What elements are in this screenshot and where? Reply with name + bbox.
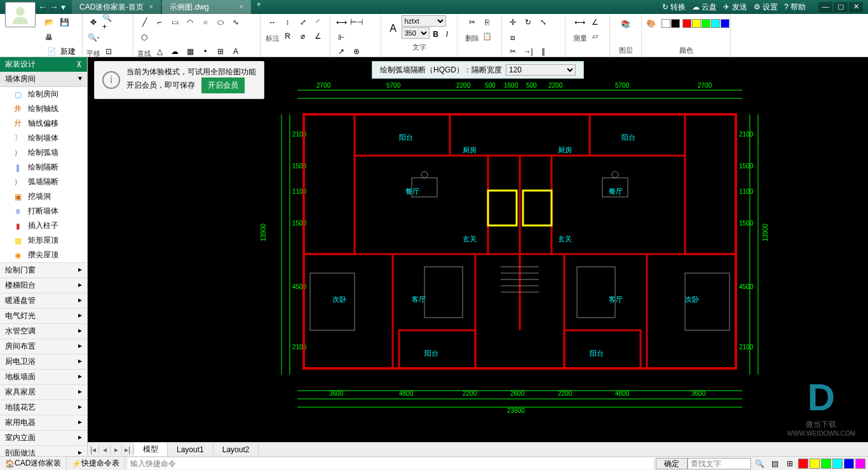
- dim-linear-icon[interactable]: ⟷: [334, 15, 348, 29]
- close-icon[interactable]: ×: [239, 3, 243, 11]
- save-icon[interactable]: 💾: [57, 15, 71, 29]
- sidebar-cat-9[interactable]: 地毯花艺▸: [0, 399, 87, 415]
- sidebar-item-3[interactable]: 〕绘制墙体: [0, 131, 87, 145]
- paste-icon[interactable]: 📋: [480, 29, 494, 43]
- sidebar-cat-10[interactable]: 家用电器▸: [0, 415, 87, 430]
- circle-icon[interactable]: ○: [198, 15, 212, 29]
- sidebar-cat-12[interactable]: 剖面做法▸: [0, 445, 87, 456]
- command-input[interactable]: [128, 458, 653, 469]
- sidebar-header[interactable]: 家装设计⊼: [0, 57, 87, 72]
- extend-icon[interactable]: →|: [521, 44, 535, 58]
- color-green[interactable]: [702, 19, 710, 28]
- settings-button[interactable]: ⚙ 设置: [754, 2, 778, 13]
- sidebar-cat-6[interactable]: 厨电卫浴▸: [0, 354, 87, 369]
- search-icon[interactable]: 🔍: [752, 457, 766, 471]
- sb-color-magenta[interactable]: [855, 459, 865, 469]
- first-tab-icon[interactable]: |◂: [88, 445, 99, 454]
- param-width-select[interactable]: 120: [506, 64, 576, 76]
- sidebar-item-10[interactable]: ▦矩形屋顶: [0, 233, 87, 248]
- rotate-icon[interactable]: ↻: [521, 15, 535, 29]
- dim-v-icon[interactable]: ↕: [281, 15, 295, 29]
- sb-color-red[interactable]: [798, 459, 808, 469]
- text-icon[interactable]: A: [229, 44, 243, 58]
- dim-arc-icon[interactable]: ◜: [311, 15, 325, 29]
- dim-cont-icon[interactable]: ⊢⊣: [349, 15, 363, 29]
- layer-icon[interactable]: 📚: [617, 15, 635, 33]
- shortcut-table-button[interactable]: ⚡快捷命令表: [67, 457, 125, 470]
- sidebar-item-2[interactable]: 廾轴线偏移: [0, 116, 87, 131]
- sidebar-item-4[interactable]: ）绘制弧墙: [0, 145, 87, 160]
- color-black[interactable]: [671, 19, 680, 28]
- spline-icon[interactable]: ∿: [229, 15, 243, 29]
- sidebar-item-1[interactable]: 井绘制轴线: [0, 102, 87, 116]
- cloud-icon[interactable]: ☁: [168, 44, 182, 58]
- move-icon[interactable]: ✢: [506, 15, 520, 29]
- dim-base-icon[interactable]: ⊩: [334, 30, 348, 44]
- sidebar-cat-11[interactable]: 室内立面▸: [0, 430, 87, 445]
- color-blue[interactable]: [721, 19, 729, 28]
- add-tab-button[interactable]: +: [252, 0, 265, 14]
- dim-angle-icon[interactable]: ∠: [311, 29, 325, 43]
- center-icon[interactable]: ⊕: [349, 44, 363, 58]
- sidebar-item-6[interactable]: ）弧墙隔断: [0, 175, 87, 189]
- upgrade-button[interactable]: 开启会员: [201, 77, 245, 93]
- ellipse-icon[interactable]: ⬭: [214, 15, 227, 29]
- back-icon[interactable]: ←: [38, 2, 47, 12]
- next-tab-icon[interactable]: ▸: [111, 445, 122, 454]
- sidebar-cat-5[interactable]: 房间布置▸: [0, 339, 87, 354]
- sidebar-cat-0[interactable]: 绘制门窗▸: [0, 262, 87, 278]
- block-icon[interactable]: ⊞: [214, 44, 227, 58]
- sb-tool2[interactable]: ⊞: [783, 457, 797, 471]
- sidebar-item-7[interactable]: ▣挖墙洞: [0, 189, 87, 204]
- rect-icon[interactable]: ▭: [168, 15, 182, 29]
- dim-h-icon[interactable]: ↔: [266, 15, 280, 29]
- search-input[interactable]: [688, 458, 751, 469]
- close-icon[interactable]: ×: [149, 3, 153, 11]
- convert-button[interactable]: ↻ 转换: [662, 2, 686, 13]
- trim-icon[interactable]: ✂: [506, 44, 520, 58]
- dim-align-icon[interactable]: ⤢: [296, 15, 310, 29]
- color-cyan[interactable]: [711, 19, 720, 28]
- help-button[interactable]: ? 帮助: [784, 2, 806, 13]
- color-wheel-icon[interactable]: 🎨: [642, 15, 659, 32]
- polyline-icon[interactable]: ⌐: [153, 15, 166, 29]
- offset-icon[interactable]: ‖: [536, 44, 550, 58]
- pin-icon[interactable]: ⊼: [76, 60, 82, 69]
- dist-icon[interactable]: ⟷: [573, 15, 587, 29]
- text-a-icon[interactable]: A: [386, 22, 400, 36]
- color-yellow[interactable]: [692, 19, 701, 28]
- bold-button[interactable]: B: [431, 27, 441, 41]
- sb-color-yellow[interactable]: [810, 459, 820, 469]
- zoom-in-icon[interactable]: 🔍+: [102, 15, 116, 29]
- dropdown-icon[interactable]: ▾: [61, 2, 65, 12]
- ok-button[interactable]: 确定: [656, 458, 688, 469]
- sidebar-item-9[interactable]: ▮插入柱子: [0, 218, 87, 233]
- last-tab-icon[interactable]: ▸|: [122, 445, 133, 454]
- font-select[interactable]: hztxt: [402, 15, 446, 27]
- size-select[interactable]: 350: [402, 27, 430, 39]
- cloud-button[interactable]: ☁ 云盘: [692, 2, 717, 13]
- zoom-out-icon[interactable]: 🔍-: [86, 30, 100, 44]
- color-white[interactable]: [661, 19, 670, 28]
- sidebar-item-8[interactable]: ≡打断墙体: [0, 204, 87, 218]
- tab-model[interactable]: 模型: [134, 443, 168, 456]
- minimize-button[interactable]: —: [818, 2, 832, 12]
- erase-icon[interactable]: ✂: [465, 15, 479, 29]
- sidebar-cat-4[interactable]: 水管空调▸: [0, 323, 87, 339]
- sidebar-cat-8[interactable]: 家具家居▸: [0, 384, 87, 399]
- copy-icon[interactable]: ⎘: [480, 15, 494, 29]
- dim-dia-icon[interactable]: ⌀: [296, 29, 310, 43]
- tab-layout2[interactable]: Layout2: [214, 444, 259, 455]
- forward-icon[interactable]: →: [50, 2, 58, 12]
- sb-color-green[interactable]: [821, 459, 831, 469]
- zoom-window-icon[interactable]: ⊡: [102, 44, 116, 58]
- sidebar-cat-2[interactable]: 暖通盘管▸: [0, 293, 87, 308]
- arc-icon[interactable]: ◠: [183, 15, 197, 29]
- maximize-button[interactable]: ▢: [834, 2, 848, 12]
- new-icon[interactable]: 📄: [45, 44, 59, 58]
- line-icon[interactable]: ╱: [137, 15, 151, 29]
- color-red[interactable]: [682, 19, 691, 28]
- sidebar-item-11[interactable]: ◉攒尖屋顶: [0, 248, 87, 262]
- sb-color-cyan[interactable]: [832, 459, 843, 469]
- point-icon[interactable]: •: [198, 44, 212, 58]
